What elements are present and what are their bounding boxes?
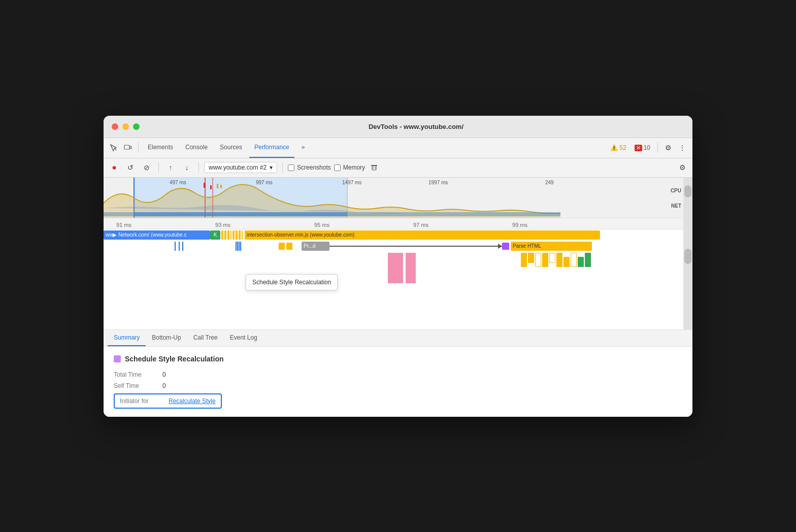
- window-title: DevTools - www.youtube.com/: [148, 123, 684, 130]
- flame-row-content: ww▶ Network.com/ (www.youtube.c K inters…: [104, 230, 692, 240]
- pink-block-2[interactable]: [406, 253, 416, 283]
- blue-marker-3: [182, 242, 183, 251]
- tooltip-text: Schedule Style Recalculation: [252, 279, 331, 286]
- timeline-scrollbar[interactable]: [683, 178, 692, 218]
- device-icon[interactable]: [122, 142, 134, 154]
- error-badge[interactable]: ✕ 10: [632, 144, 653, 151]
- striped-bar[interactable]: [221, 230, 231, 240]
- separator-1: [138, 143, 139, 153]
- yellow-block[interactable]: [279, 243, 285, 250]
- warning-badge[interactable]: ⚠️ 52: [607, 144, 629, 151]
- flame-chart[interactable]: 91 ms 93 ms 95 ms 97 ms 99 ms ww▶ Networ…: [104, 218, 692, 330]
- total-time-label: Total Time: [114, 371, 154, 378]
- flame-scrollbar[interactable]: [683, 218, 692, 329]
- url-selector[interactable]: www.youtube.com #2 ▾: [204, 162, 277, 173]
- pink-block-1[interactable]: [388, 253, 403, 283]
- purple-square[interactable]: [502, 243, 509, 250]
- parse-html-bar[interactable]: Parse HTML: [511, 242, 592, 251]
- task-row-content: Pr...d Parse HTML: [104, 242, 692, 251]
- devtools-body: Elements Console Sources Performance » ⚠…: [104, 138, 692, 417]
- yellow-striped-group: [521, 253, 592, 283]
- summary-title: Schedule Style Recalculation: [114, 355, 682, 363]
- memory-checkbox[interactable]: [334, 164, 341, 171]
- memory-label: Memory: [343, 164, 365, 171]
- svg-rect-2: [130, 146, 131, 149]
- error-icon: ✕: [635, 145, 642, 151]
- title-bar: DevTools - www.youtube.com/: [104, 116, 692, 138]
- task-flame-row: Pr...d Parse HTML: [104, 241, 692, 252]
- record-button[interactable]: ●: [108, 161, 121, 174]
- svg-rect-14: [134, 212, 347, 216]
- svg-rect-16: [210, 185, 212, 189]
- tab-performance[interactable]: Performance: [249, 138, 294, 158]
- bottom-panel: Summary Bottom-Up Call Tree Event Log Sc…: [104, 330, 692, 417]
- marker-1497: 1497 ms: [342, 180, 361, 185]
- prd-bar[interactable]: Pr...d: [302, 242, 329, 251]
- blue-marker-2: [179, 242, 180, 251]
- marker-249: 249: [545, 180, 554, 185]
- cleanup-icon[interactable]: [368, 161, 380, 174]
- self-time-value: 0: [162, 382, 166, 389]
- k-bar[interactable]: K: [210, 230, 220, 240]
- more-options-icon[interactable]: ⋮: [676, 142, 688, 154]
- minimize-button[interactable]: [122, 123, 129, 130]
- download-button[interactable]: ↓: [180, 161, 193, 174]
- svg-rect-15: [204, 183, 206, 188]
- screenshots-checkbox[interactable]: [288, 164, 294, 171]
- svg-rect-17: [217, 184, 218, 188]
- tab-call-tree[interactable]: Call Tree: [187, 330, 224, 346]
- perf-settings-icon[interactable]: ⚙: [676, 161, 688, 174]
- error-count: 10: [644, 144, 650, 151]
- ruler-91: 91 ms: [116, 222, 131, 228]
- tab-event-log[interactable]: Event Log: [224, 330, 263, 346]
- svg-rect-18: [220, 185, 222, 188]
- top-toolbar: Elements Console Sources Performance » ⚠…: [104, 138, 692, 158]
- initiator-row: Initiator for Recalculate Style: [114, 393, 222, 409]
- settings-icon[interactable]: ⚙: [662, 142, 674, 154]
- warning-icon: ⚠️: [610, 144, 618, 151]
- refresh-record-button[interactable]: ↺: [124, 161, 137, 174]
- tab-elements[interactable]: Elements: [143, 138, 178, 158]
- tab-console[interactable]: Console: [180, 138, 213, 158]
- arrow-head: [498, 244, 502, 249]
- self-time-label: Self Time: [114, 382, 154, 389]
- ruler-93: 93 ms: [215, 222, 230, 228]
- memory-group: Memory: [334, 164, 365, 171]
- ruler-99: 99 ms: [512, 222, 527, 228]
- bottom-tabs: Summary Bottom-Up Call Tree Event Log: [104, 330, 692, 347]
- intersection-observer-bar[interactable]: intersection-observer.min.js (www.youtub…: [245, 230, 600, 240]
- cursor-icon[interactable]: [108, 142, 120, 154]
- style-row-content: [104, 253, 692, 262]
- screenshots-group: Screenshots: [288, 164, 331, 171]
- upload-button[interactable]: ↑: [164, 161, 177, 174]
- yellow-block-2[interactable]: [286, 243, 292, 250]
- maximize-button[interactable]: [133, 123, 140, 130]
- clear-button[interactable]: ⊘: [140, 161, 153, 174]
- screenshots-label: Screenshots: [297, 164, 331, 171]
- close-button[interactable]: [112, 123, 118, 130]
- schedule-style-tooltip: Schedule Style Recalculation: [246, 274, 338, 290]
- ruler-95: 95 ms: [314, 222, 329, 228]
- tab-bottom-up[interactable]: Bottom-Up: [146, 330, 187, 346]
- summary-panel: Schedule Style Recalculation Total Time …: [104, 347, 692, 417]
- tick-marks: [236, 242, 276, 251]
- dropdown-icon: ▾: [270, 164, 273, 171]
- total-time-value: 0: [162, 371, 166, 378]
- tab-summary[interactable]: Summary: [108, 330, 146, 346]
- recalculate-style-link[interactable]: Recalculate Style: [169, 397, 216, 405]
- style-flame-row: [104, 252, 692, 263]
- marker-497: 497 ms: [170, 180, 186, 185]
- blue-marker-1: [175, 242, 176, 251]
- separator-2: [657, 143, 658, 153]
- flame-scrollbar-thumb: [684, 249, 691, 264]
- cpu-label: CPU: [671, 188, 681, 193]
- striped-bar-2[interactable]: [233, 230, 243, 240]
- timeline-overview[interactable]: 497 ms 997 ms 1497 ms 1997 ms 249 CPU NE…: [104, 178, 692, 218]
- marker-1997: 1997 ms: [428, 180, 448, 185]
- tab-sources[interactable]: Sources: [215, 138, 247, 158]
- total-time-row: Total Time 0: [114, 369, 682, 380]
- svg-rect-1: [124, 145, 129, 149]
- tab-more[interactable]: »: [296, 138, 310, 158]
- network-request-bar[interactable]: ww▶ Network.com/ (www.youtube.c: [104, 230, 210, 240]
- ruler-97: 97 ms: [413, 222, 428, 228]
